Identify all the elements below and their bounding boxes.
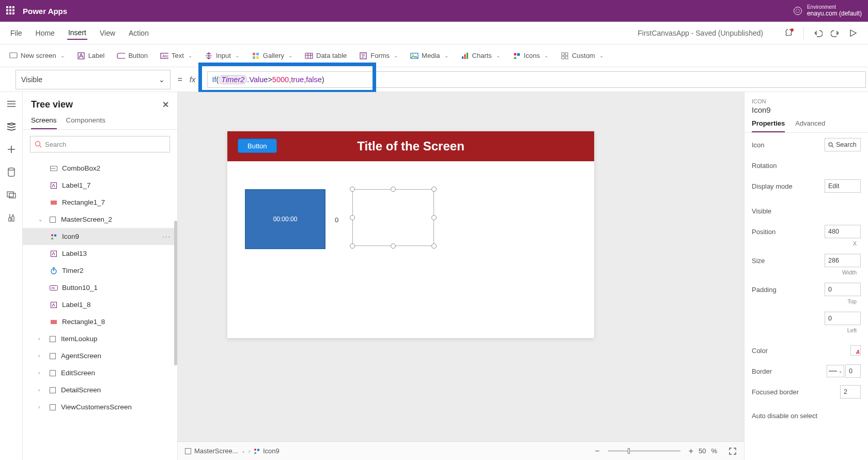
canvas-label-control[interactable]: 0 — [335, 216, 338, 224]
close-icon[interactable]: ✕ — [162, 100, 169, 110]
selected-icon-control[interactable] — [352, 189, 434, 246]
gallery-icon — [252, 52, 260, 60]
tree-view-panel: Tree view ✕ Screens Components Search Co… — [23, 92, 178, 460]
menu-file[interactable]: File — [9, 27, 23, 39]
prop-position-x-sublabel: X — [752, 240, 861, 247]
prop-position-label: Position — [752, 228, 820, 236]
tab-properties[interactable]: Properties — [752, 119, 785, 132]
zoom-out-button[interactable]: − — [595, 447, 599, 456]
tree-node-label1-8[interactable]: Label1_8 — [23, 296, 177, 313]
tree-node-button10-1[interactable]: AbButton10_1 — [23, 279, 177, 296]
resize-handle[interactable] — [350, 187, 355, 192]
breadcrumb[interactable]: MasterScree... ⌄ › Icon9 — [185, 447, 280, 455]
resize-handle[interactable] — [431, 187, 437, 192]
scrollbar[interactable] — [174, 221, 177, 365]
svg-rect-36 — [51, 251, 57, 256]
environment-value: enayu.com (default) — [807, 10, 862, 18]
tree-node-rectangle1-8[interactable]: Rectangle1_8 — [23, 313, 177, 330]
prop-size-width[interactable]: 286 — [825, 254, 861, 267]
svg-rect-43 — [50, 353, 56, 359]
svg-rect-24 — [7, 192, 13, 197]
svg-rect-40 — [51, 302, 57, 308]
formula-input[interactable]: If(Timer2.Value > 5000, true, false) — [207, 71, 866, 88]
prop-icon-value[interactable]: Search — [825, 138, 861, 151]
ribbon-gallery[interactable]: Gallery⌄ — [250, 50, 295, 62]
tree-node-label13[interactable]: Label13 — [23, 245, 177, 262]
tree-node-itemlookup[interactable]: ›ItemLookup — [23, 330, 177, 347]
tab-advanced[interactable]: Advanced — [795, 119, 825, 132]
advanced-tools-icon[interactable] — [6, 212, 17, 223]
ribbon-custom[interactable]: Custom⌄ — [559, 50, 606, 62]
environment-selector[interactable]: Environment enayu.com (default) — [794, 4, 862, 17]
tree-node-combobox2[interactable]: ComboBox2 — [23, 160, 177, 177]
svg-rect-42 — [50, 336, 56, 342]
prop-color-swatch[interactable]: A — [850, 345, 861, 356]
tree-node-label1-7[interactable]: Label1_7 — [23, 177, 177, 194]
app-checker-icon[interactable] — [784, 27, 795, 39]
ribbon-datatable[interactable]: Data table — [303, 50, 349, 62]
zoom-in-button[interactable]: + — [689, 447, 693, 456]
input-icon — [205, 52, 213, 60]
resize-handle[interactable] — [350, 243, 355, 249]
ribbon-button[interactable]: Button — [115, 50, 150, 62]
resize-handle[interactable] — [431, 243, 437, 249]
hamburger-icon[interactable] — [6, 98, 17, 110]
ribbon-label[interactable]: Label — [75, 50, 107, 62]
ribbon-charts[interactable]: Charts⌄ — [459, 50, 502, 62]
tree-node-viewcustomers[interactable]: ›ViewCustomersScreen — [23, 398, 177, 416]
svg-rect-46 — [50, 404, 56, 410]
prop-focusedborder-value[interactable]: 2 — [840, 385, 861, 398]
resize-handle[interactable] — [431, 215, 437, 220]
prop-padding-top[interactable]: 0 — [825, 283, 861, 296]
media-rail-icon[interactable] — [6, 189, 17, 201]
property-dropdown[interactable]: Visible ⌄ — [16, 70, 171, 89]
tree-node-timer2[interactable]: Timer2 — [23, 262, 177, 279]
prop-position-x[interactable]: 480 — [825, 225, 861, 238]
chevron-down-icon: ⌄ — [241, 448, 245, 454]
resize-handle[interactable] — [350, 215, 355, 220]
fx-button[interactable]: fx⌄ — [190, 75, 204, 84]
ribbon-media[interactable]: Media⌄ — [408, 50, 450, 62]
ribbon-icons[interactable]: Icons⌄ — [510, 50, 550, 62]
prop-padding-left[interactable]: 0 — [825, 312, 861, 325]
prop-displaymode-value[interactable]: Edit — [825, 179, 861, 193]
app-launcher-icon[interactable] — [6, 6, 16, 16]
tab-components[interactable]: Components — [66, 116, 106, 129]
insert-rail-icon[interactable] — [6, 144, 17, 155]
data-rail-icon[interactable] — [6, 166, 17, 178]
ribbon-input[interactable]: Input⌄ — [203, 50, 241, 62]
tree-node-detailscreen[interactable]: ›DetailScreen — [23, 381, 177, 398]
ribbon-text[interactable]: Abc Text⌄ — [158, 50, 194, 62]
tree-node-editscreen[interactable]: ›EditScreen — [23, 364, 177, 381]
ribbon-forms[interactable]: Forms⌄ — [357, 50, 400, 62]
menu-insert[interactable]: Insert — [67, 26, 87, 40]
caret-right-icon: › — [38, 336, 44, 342]
redo-icon[interactable] — [830, 27, 841, 39]
zoom-slider[interactable] — [608, 450, 680, 452]
prop-border-value[interactable]: 0 — [845, 364, 861, 378]
canvas-button-control[interactable]: Button — [238, 139, 277, 153]
tree-node-masterscreen[interactable]: ⌄MasterScreen_2 — [23, 211, 177, 228]
fit-screen-icon[interactable] — [729, 447, 737, 455]
menu-home[interactable]: Home — [35, 27, 56, 39]
resize-handle[interactable] — [391, 243, 396, 249]
tree-node-icon9[interactable]: Icon9··· — [23, 228, 177, 245]
canvas-timer-control[interactable]: 00:00:00 — [245, 189, 326, 249]
prop-border-label: Border — [752, 367, 823, 375]
prop-border-style[interactable]: ⌄ — [827, 365, 844, 377]
tree-node-agentscreen[interactable]: ›AgentScreen — [23, 347, 177, 364]
menu-action[interactable]: Action — [128, 27, 150, 39]
tree-view-icon[interactable] — [6, 121, 17, 132]
ribbon-new-screen[interactable]: New screen⌄ — [7, 50, 67, 62]
prop-padding-left-sublabel: Left — [752, 327, 861, 333]
canvas-stage[interactable]: Button Title of the Screen 00:00:00 0 — [227, 131, 594, 338]
menu-view[interactable]: View — [99, 27, 116, 39]
more-options-icon[interactable]: ··· — [162, 233, 171, 240]
chevron-down-icon: ⌄ — [197, 75, 203, 83]
tree-search-input[interactable]: Search — [30, 136, 170, 152]
undo-icon[interactable] — [812, 27, 824, 39]
resize-handle[interactable] — [391, 187, 396, 192]
tab-screens[interactable]: Screens — [31, 116, 57, 129]
play-preview-icon[interactable] — [847, 27, 859, 39]
tree-node-rectangle1-7[interactable]: Rectangle1_7 — [23, 194, 177, 211]
